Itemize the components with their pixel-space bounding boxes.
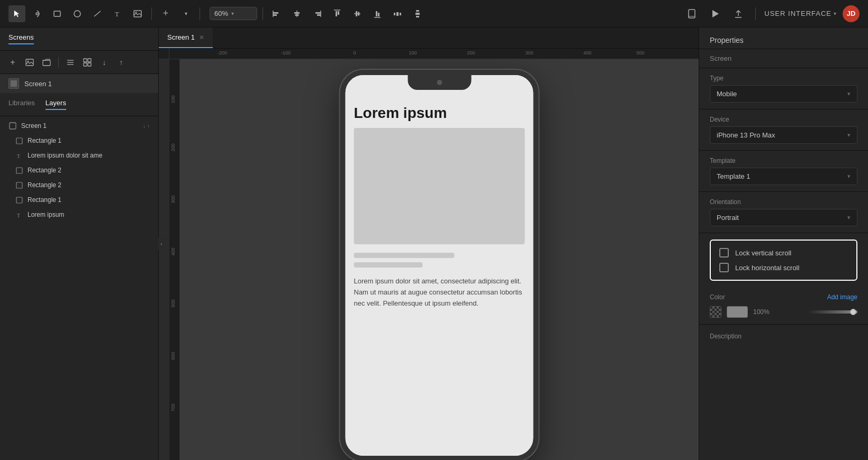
sort-down-btn[interactable]: ↓: [97, 55, 112, 70]
align-middle-btn[interactable]: [349, 5, 366, 22]
svg-rect-42: [88, 59, 91, 62]
color-label: Color: [710, 293, 725, 301]
align-center-btn[interactable]: [288, 5, 305, 22]
add-screen-btn[interactable]: +: [5, 55, 20, 70]
layer-item-1[interactable]: T Lorem ipsum dolor sit ame: [0, 148, 158, 163]
screens-header: Screens: [0, 27, 158, 51]
sort-up-btn[interactable]: ↑: [114, 55, 129, 70]
distribute-v-btn[interactable]: [409, 5, 426, 22]
screens-tab[interactable]: Screens: [8, 33, 34, 44]
align-bottom-btn[interactable]: [369, 5, 386, 22]
properties-title: Properties: [710, 36, 744, 44]
add-folder-btn[interactable]: [39, 55, 54, 70]
opacity-slider-thumb[interactable]: [850, 309, 856, 315]
ruler-h-tick-200p: 200: [467, 49, 475, 56]
layer-up-arrow[interactable]: ↑: [147, 123, 150, 129]
zoom-control[interactable]: 60% ▾: [210, 7, 257, 20]
lock-vertical-checkbox[interactable]: [719, 248, 729, 257]
libraries-tab[interactable]: Libraries: [8, 99, 35, 110]
text-tool[interactable]: T: [109, 5, 126, 22]
pen-tool[interactable]: [29, 5, 46, 22]
properties-header: Properties: [699, 27, 868, 49]
ruler-h-tick-400: 400: [583, 49, 591, 56]
description-label: Description: [710, 333, 742, 340]
svg-rect-16: [336, 11, 337, 16]
add-tool[interactable]: +: [157, 5, 174, 22]
layer-item-3[interactable]: Rectangle 2: [0, 178, 158, 192]
template-dropdown[interactable]: Template 1 ▾: [710, 168, 857, 185]
layer-screen-item[interactable]: Screen 1 ↓ ↑: [0, 118, 158, 133]
ruler-horizontal: -200 -100 0 100 200 300 400 500: [169, 49, 699, 59]
ruler-corner: [159, 49, 169, 59]
layer-item-0[interactable]: Rectangle 1: [0, 133, 158, 148]
canvas-tab-screen1[interactable]: Screen 1 ✕: [159, 27, 213, 48]
ruler-v-tick-100: 100: [169, 95, 176, 103]
svg-rect-51: [16, 182, 22, 188]
play-btn[interactable]: [707, 5, 724, 22]
rectangle-tool[interactable]: [49, 5, 66, 22]
layer-item-label-4: Rectangle 1: [28, 196, 61, 204]
add-image-screen-btn[interactable]: [22, 55, 37, 70]
layer-item-2[interactable]: Rectangle 2: [0, 163, 158, 178]
add-image-btn[interactable]: Add image: [827, 293, 857, 301]
align-top-btn[interactable]: [329, 5, 346, 22]
prop-orientation-section: Orientation Portrait ▾: [699, 192, 868, 233]
user-initials: JD: [847, 10, 856, 17]
user-avatar[interactable]: JD: [843, 5, 860, 22]
toolbar-right: USER INTERFACE ▾ JD: [683, 5, 860, 22]
layer-item-4[interactable]: Rectangle 1: [0, 192, 158, 207]
color-percent: 100%: [753, 308, 803, 316]
svg-text:T: T: [17, 213, 20, 218]
align-left-btn[interactable]: [268, 5, 285, 22]
svg-marker-33: [712, 10, 719, 17]
main-toolbar: T + ▾ 60% ▾: [0, 0, 868, 27]
select-tool[interactable]: [8, 5, 25, 22]
device-dropdown[interactable]: iPhone 13 Pro Max ▾: [710, 126, 857, 144]
toolbar-separator-3: [263, 7, 263, 20]
lock-horizontal-scroll-item[interactable]: Lock horizontal scroll: [719, 263, 848, 272]
canvas[interactable]: Lorem ipsum Lorem ipsum dolor sit amet, …: [180, 59, 699, 460]
list-view-btn[interactable]: [63, 55, 78, 70]
upload-btn[interactable]: [730, 5, 747, 22]
ruler-h-tick-0: 0: [353, 49, 356, 56]
project-name-dropdown[interactable]: USER INTERFACE ▾: [764, 10, 836, 17]
device-preview-btn[interactable]: [683, 5, 700, 22]
lock-horizontal-checkbox[interactable]: [719, 263, 729, 272]
layer-down-arrow[interactable]: ↓: [143, 123, 146, 129]
svg-rect-30: [416, 16, 419, 17]
layers-tab[interactable]: Layers: [46, 99, 66, 110]
ruler-h-tick-100: -100: [281, 49, 291, 56]
type-value: Mobile: [717, 90, 737, 98]
svg-rect-46: [11, 80, 17, 87]
ruler-area: -200 -100 0 100 200 300 400 500 100 200 …: [159, 49, 699, 460]
ruler-v-tick-200: 200: [169, 143, 176, 151]
add-dropdown[interactable]: ▾: [177, 5, 194, 22]
distribute-h-btn[interactable]: [389, 5, 406, 22]
screen-item-1[interactable]: Screen 1: [0, 74, 158, 93]
svg-rect-48: [16, 138, 22, 144]
orientation-dropdown[interactable]: Portrait ▾: [710, 209, 857, 226]
image-tool[interactable]: [129, 5, 146, 22]
svg-text:T: T: [17, 153, 20, 159]
type-dropdown[interactable]: Mobile ▾: [710, 85, 857, 103]
svg-rect-41: [84, 59, 87, 62]
svg-rect-5: [134, 11, 141, 17]
orientation-label: Orientation: [710, 198, 857, 206]
canvas-tab-close[interactable]: ✕: [199, 34, 204, 41]
color-swatch[interactable]: [727, 306, 748, 318]
opacity-slider[interactable]: [808, 310, 858, 314]
phone-mockup: Lorem ipsum Lorem ipsum dolor sit amet, …: [340, 70, 539, 460]
layer-text-icon-5: T: [15, 210, 23, 219]
layer-item-5[interactable]: T Lorem ipsum: [0, 207, 158, 222]
ruler-h-tick-500: 500: [636, 49, 644, 56]
lock-vertical-scroll-item[interactable]: Lock vertical scroll: [719, 248, 848, 257]
transparent-swatch[interactable]: [710, 306, 721, 318]
line-tool[interactable]: [89, 5, 106, 22]
prop-screen-label: Screen: [699, 49, 868, 68]
ellipse-tool[interactable]: [69, 5, 86, 22]
grid-view-btn[interactable]: [80, 55, 95, 70]
project-dropdown-icon: ▾: [834, 11, 836, 16]
template-value: Template 1: [717, 172, 751, 180]
ruler-h-container: -200 -100 0 100 200 300 400 500 100 200 …: [169, 49, 699, 460]
align-right-btn[interactable]: [309, 5, 326, 22]
